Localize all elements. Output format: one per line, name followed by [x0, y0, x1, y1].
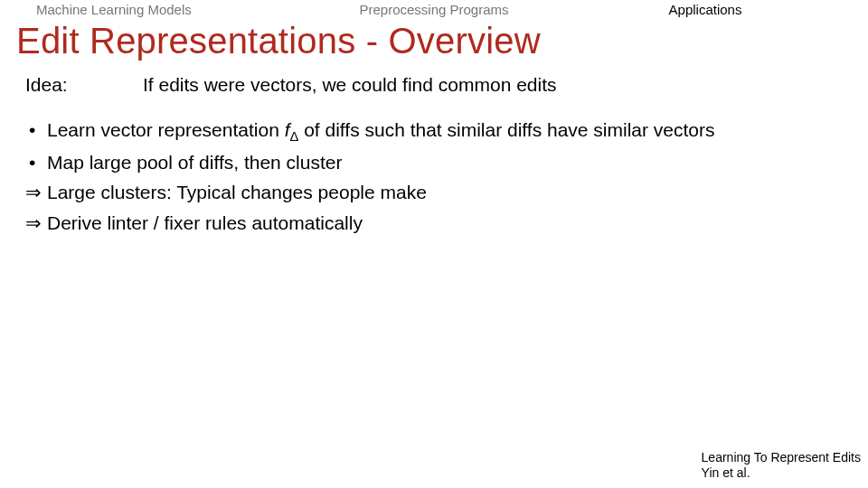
- bullet-text-post: of diffs such that similar diffs have si…: [298, 119, 714, 140]
- bullet-learn-vector: Learn vector representation fΔ of diffs …: [25, 116, 868, 146]
- bullet-text: Map large pool of diffs, then cluster: [47, 152, 342, 173]
- slide-body: Idea: If edits were vectors, we could fi…: [0, 70, 868, 237]
- math-delta: Δ: [290, 129, 299, 144]
- tab-bar: Machine Learning Models Preprocessing Pr…: [0, 0, 868, 17]
- bullet-derive-linter: Derive linter / fixer rules automaticall…: [25, 209, 868, 238]
- bullet-text: Derive linter / fixer rules automaticall…: [47, 212, 363, 233]
- idea-row: Idea: If edits were vectors, we could fi…: [25, 70, 868, 99]
- bullet-large-clusters: Large clusters: Typical changes people m…: [25, 178, 868, 207]
- citation-authors: Yin et al.: [702, 465, 861, 481]
- tab-applications[interactable]: Applications: [579, 2, 868, 17]
- math-symbol: fΔ: [285, 119, 299, 140]
- slide-title: Edit Representations - Overview: [0, 17, 868, 70]
- citation: Learning To Represent Edits Yin et al.: [702, 450, 861, 481]
- bullet-list: Learn vector representation fΔ of diffs …: [25, 116, 868, 238]
- citation-title: Learning To Represent Edits: [702, 450, 861, 465]
- idea-label: Idea:: [25, 70, 143, 99]
- bullet-text: Large clusters: Typical changes people m…: [47, 182, 427, 202]
- bullet-text-pre: Learn vector representation: [47, 119, 285, 140]
- bullet-map-pool: Map large pool of diffs, then cluster: [25, 148, 868, 177]
- tab-preprocessing[interactable]: Preprocessing Programs: [289, 2, 579, 17]
- idea-text: If edits were vectors, we could find com…: [143, 70, 557, 99]
- slide: Machine Learning Models Preprocessing Pr…: [0, 0, 868, 488]
- tab-machine-learning[interactable]: Machine Learning Models: [0, 2, 289, 17]
